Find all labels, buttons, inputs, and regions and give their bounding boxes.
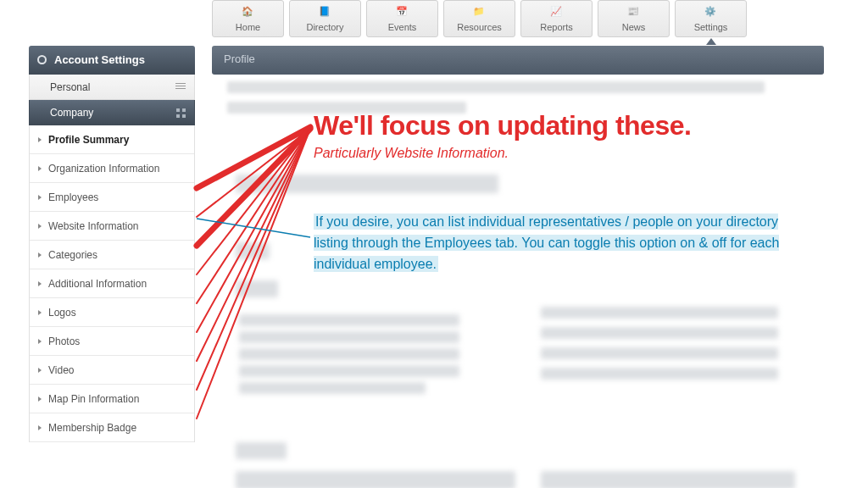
sidebar-title: Account Settings [29, 46, 195, 75]
profile-header: Profile [212, 46, 824, 75]
annotation-note: If you desire, you can list individual r… [314, 212, 788, 274]
sidebar-item-profile-summary[interactable]: Profile Summary [30, 125, 194, 154]
annotation-heading: We'll focus on updating these. [314, 110, 691, 141]
sidebar-item-categories[interactable]: Categories [30, 241, 194, 269]
sidebar-item-organization-information[interactable]: Organization Information [30, 154, 194, 183]
chart-icon: 📈 [550, 6, 564, 18]
sidebar-item-logos[interactable]: Logos [30, 298, 194, 327]
sidebar-item-additional-information[interactable]: Additional Information [30, 269, 194, 298]
sidebar-company-items: Profile Summary Organization Information… [29, 125, 195, 442]
calendar-icon: 📅 [396, 6, 409, 18]
nav-resources[interactable]: 📁Resources [443, 0, 515, 37]
content-area [227, 81, 824, 488]
profile-header-label: Profile [224, 53, 255, 65]
nav-reports[interactable]: 📈Reports [520, 0, 593, 37]
sidebar: Account Settings Personal Company Profil… [29, 46, 195, 442]
nav-directory[interactable]: 📘Directory [289, 0, 361, 37]
menu-icon [175, 83, 186, 91]
nav-home[interactable]: 🏠Home [212, 0, 284, 37]
top-nav: 🏠Home 📘Directory 📅Events 📁Resources 📈Rep… [212, 0, 860, 42]
grid-icon [176, 108, 186, 118]
directory-icon: 📘 [319, 6, 332, 18]
nav-events[interactable]: 📅Events [366, 0, 438, 37]
nav-news[interactable]: 📰News [598, 0, 670, 37]
sidebar-section-personal[interactable]: Personal [29, 75, 195, 100]
sidebar-item-membership-badge[interactable]: Membership Badge [30, 413, 194, 442]
home-icon: 🏠 [242, 6, 255, 18]
sidebar-item-video[interactable]: Video [30, 356, 194, 385]
news-icon: 📰 [627, 6, 641, 18]
sidebar-section-company[interactable]: Company [29, 100, 195, 125]
sidebar-item-website-information[interactable]: Website Information [30, 212, 194, 241]
sidebar-item-map-pin-information[interactable]: Map Pin Information [30, 385, 194, 413]
sidebar-item-photos[interactable]: Photos [30, 327, 194, 356]
folder-icon: 📁 [473, 6, 487, 18]
gear-icon: ⚙️ [704, 6, 718, 18]
annotation-subtitle: Particularly Website Information. [314, 146, 509, 161]
nav-settings[interactable]: ⚙️Settings [675, 0, 747, 37]
sidebar-item-employees[interactable]: Employees [30, 183, 194, 212]
